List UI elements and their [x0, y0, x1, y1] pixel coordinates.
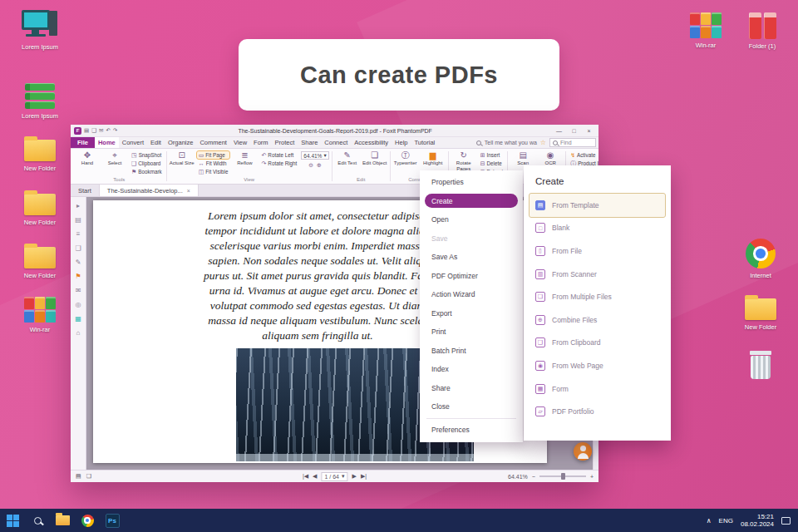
tell-me-box[interactable]: Tell me what you wa	[485, 140, 537, 145]
tab-share[interactable]: Share	[298, 137, 321, 148]
zoom-caret-icon[interactable]: ▾	[323, 152, 326, 159]
menu-item-batch-print[interactable]: Batch Print	[420, 342, 523, 361]
photoshop-button[interactable]: Ps	[100, 509, 125, 532]
layers-panel-icon[interactable]: ◎	[76, 302, 81, 308]
menu-item-open[interactable]: Open	[420, 210, 523, 229]
tab-convert[interactable]: Convert	[119, 137, 147, 148]
tab-view[interactable]: View	[230, 137, 250, 148]
language-indicator[interactable]: ENG	[719, 517, 733, 525]
desktop-icon-new-folder[interactable]: New Folder	[13, 241, 66, 279]
tab-connect[interactable]: Connect	[321, 137, 351, 148]
create-combine-files[interactable]: ⊕ Combine Files	[530, 308, 665, 332]
create-from-clipboard[interactable]: ❑ From Clipboard	[530, 332, 665, 355]
bookmarks-panel-icon[interactable]: ▤	[75, 217, 81, 224]
delete-button[interactable]: ⊟Delete	[479, 160, 505, 167]
create-from-multiple-files[interactable]: ❏ From Multiple Files	[530, 285, 665, 308]
zoom-out-icon[interactable]: ⊖	[308, 162, 313, 169]
fit-width-button[interactable]: ↔Fit Width	[197, 160, 230, 167]
create-form[interactable]: ▦ Form	[530, 377, 665, 401]
star-icon[interactable]: ☆	[540, 139, 546, 146]
reflow-button[interactable]: ≣ Reflow	[232, 150, 257, 166]
find-input[interactable]: Find	[549, 138, 596, 147]
taskbar-clock[interactable]: 15:21 08.02.2024	[741, 513, 774, 529]
security-panel-icon[interactable]: ⚑	[75, 273, 81, 280]
zoom-slider[interactable]	[539, 475, 586, 477]
create-blank[interactable]: □ Blank	[530, 217, 665, 240]
select-button[interactable]: ⌖ Select	[102, 150, 127, 166]
comments-panel-icon[interactable]: ✎	[76, 259, 81, 266]
minimize-button[interactable]: —	[553, 128, 565, 134]
desktop-icon-recycle-bin[interactable]	[734, 351, 787, 392]
fit-visible-button[interactable]: ◫Fit Visible	[197, 168, 230, 175]
menu-item-print[interactable]: Print	[420, 323, 523, 342]
desktop-icon-winrar[interactable]: Win-rar	[13, 294, 66, 333]
notification-center-icon[interactable]	[781, 517, 791, 525]
tab-close-icon[interactable]: ×	[187, 188, 190, 194]
desktop-icon-folder-1[interactable]: Folder (1)	[736, 10, 789, 50]
clipboard-button[interactable]: ❑Clipboard	[130, 160, 164, 167]
tab-help[interactable]: Help	[392, 137, 411, 148]
actual-size-button[interactable]: ⊡ Actual Size	[170, 150, 195, 166]
create-from-template[interactable]: ▤ From Template	[530, 194, 665, 217]
page-number-box[interactable]: 1 / 64 ▾	[321, 472, 347, 481]
rotate-right-button[interactable]: ↷Rotate Right	[259, 160, 298, 167]
signature-panel-icon[interactable]: ⌂	[76, 330, 81, 337]
insert-button[interactable]: ⊞Insert	[479, 151, 505, 159]
quick-access-icon[interactable]: ▤	[84, 128, 89, 133]
redo-icon[interactable]: ↷	[113, 128, 117, 133]
create-from-web-page[interactable]: ◉ From Web Page	[530, 354, 665, 377]
zoom-in-icon[interactable]: ⊕	[317, 162, 322, 169]
menu-item-save-as[interactable]: Save As	[420, 248, 523, 267]
status-icon[interactable]: ❏	[86, 473, 91, 480]
file-explorer-button[interactable]	[50, 509, 75, 532]
tab-organize[interactable]: Organize	[165, 137, 196, 148]
desktop-icon-new-folder[interactable]: New Folder	[13, 188, 66, 226]
doc-tab-start[interactable]: Start	[71, 185, 100, 196]
doc-tab-document[interactable]: The-Sustainable-Develop... ×	[100, 185, 199, 196]
zoom-minus-icon[interactable]: −	[532, 474, 535, 480]
desktop-icon-new-folder[interactable]: New Folder	[734, 293, 787, 331]
tab-home[interactable]: Home	[95, 137, 119, 148]
desktop-icon-binders[interactable]: Lorem Ipsum	[13, 80, 66, 120]
menu-item-close[interactable]: Close	[420, 397, 523, 416]
attachments-panel-icon[interactable]: ❑	[75, 245, 81, 252]
chrome-button[interactable]	[75, 509, 100, 532]
menu-item-preferences[interactable]: Preferences	[420, 421, 523, 440]
create-from-file[interactable]: ▯ From File	[530, 239, 665, 263]
scan-button[interactable]: ▤ Scan	[510, 150, 535, 166]
email-icon[interactable]: ✉	[99, 128, 103, 133]
highlight-button[interactable]: ▆ Highlight	[421, 150, 446, 166]
menu-item-share[interactable]: Share	[420, 379, 523, 398]
menu-item-create[interactable]: Create	[420, 192, 523, 211]
create-from-scanner[interactable]: ▥ From Scanner	[530, 263, 665, 286]
last-page-icon[interactable]: ▶|	[361, 473, 367, 480]
bookmark-button[interactable]: ⚑Bookmark	[130, 168, 164, 175]
undo-icon[interactable]: ↶	[106, 128, 110, 133]
fit-page-button[interactable]: ▭Fit Page	[197, 151, 230, 159]
status-icon[interactable]: ▤	[76, 473, 81, 480]
maximize-button[interactable]: □	[568, 128, 580, 134]
edit-text-button[interactable]: ✎ Edit Text	[335, 150, 360, 166]
taskbar-search-button[interactable]	[25, 509, 50, 532]
menu-item-pdf-optimizer[interactable]: PDF Optimizer	[420, 267, 523, 286]
tab-edit[interactable]: Edit	[147, 137, 165, 148]
rotate-pages-button[interactable]: ↻ Rotate Pages	[451, 150, 476, 171]
create-pdf-portfolio[interactable]: ▱ PDF Portfolio	[530, 400, 665, 423]
tab-form[interactable]: Form	[250, 137, 272, 148]
hand-button[interactable]: ✥ Hand	[75, 150, 100, 166]
pages-panel-icon[interactable]: ≡	[76, 231, 81, 238]
desktop-icon-internet[interactable]: Internet	[734, 239, 787, 279]
tab-tutorial[interactable]: Tutorial	[411, 137, 439, 148]
zoom-slider-knob[interactable]	[561, 473, 565, 480]
sidebar-collapse-icon[interactable]: ▸	[76, 203, 80, 209]
menu-item-action-wizard[interactable]: Action Wizard	[420, 285, 523, 304]
tab-comment[interactable]: Comment	[196, 137, 230, 148]
rotate-left-button[interactable]: ↶Rotate Left	[259, 151, 298, 159]
tray-expand-icon[interactable]: ∧	[707, 517, 712, 525]
ocr-button[interactable]: ◉ OCR	[538, 150, 563, 166]
tab-file[interactable]: File	[71, 137, 95, 148]
edit-object-button[interactable]: ❏ Edit Object	[362, 150, 387, 166]
foxit-assistant-icon[interactable]	[574, 442, 592, 461]
desktop-icon-new-folder[interactable]: New Folder	[13, 134, 66, 172]
menu-item-export[interactable]: Export	[420, 304, 523, 323]
